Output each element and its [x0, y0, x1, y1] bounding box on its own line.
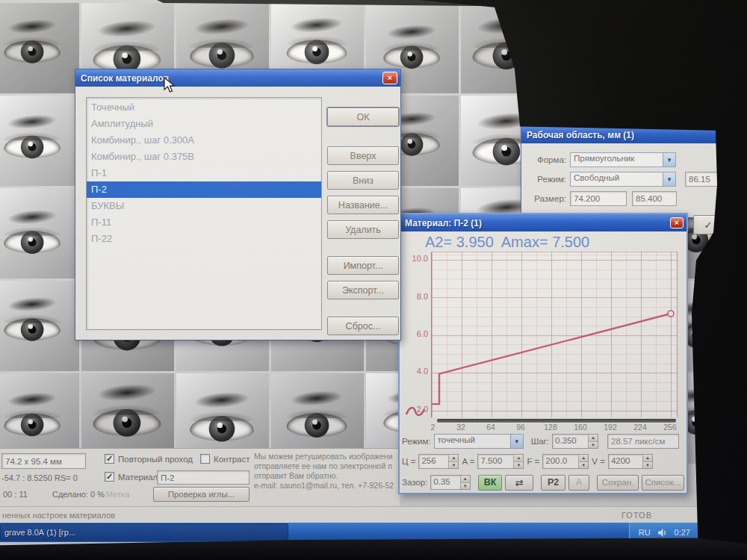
- list-item[interactable]: БУКВЫ: [87, 198, 321, 214]
- list-item[interactable]: П-22: [87, 231, 321, 247]
- background-eye-tile: [651, 3, 743, 93]
- move-up-button[interactable]: Вверх: [327, 146, 399, 165]
- engrave-mode-value: точечный: [435, 435, 510, 448]
- chevron-down-icon[interactable]: ▾: [510, 435, 523, 448]
- background-eye-tile: [556, 3, 648, 93]
- material-name-field[interactable]: П-2: [157, 470, 249, 485]
- repeat-pass-checkbox[interactable]: ✓: [105, 454, 114, 464]
- shape-select[interactable]: Прямоугольник ▾: [570, 152, 676, 167]
- rename-button[interactable]: Название...: [327, 196, 399, 214]
- chart-plot[interactable]: [431, 252, 678, 417]
- y-axis-tick: 6.0: [404, 329, 428, 338]
- contrast-checkbox[interactable]: [200, 454, 210, 464]
- p2-button[interactable]: P2: [541, 475, 565, 491]
- done-percent-readout: Сделано: 0 %: [52, 490, 105, 499]
- c-value: 256: [419, 455, 448, 468]
- work-area-titlebar[interactable]: Рабочая область, мм (1): [521, 126, 719, 143]
- materials-list: Точечный Амплитудный Комбинир., шаг 0.30…: [86, 97, 322, 330]
- spin-up-icon[interactable]: ▲: [643, 455, 652, 462]
- spin-up-icon[interactable]: ▲: [514, 455, 523, 462]
- spin-up-icon[interactable]: ▲: [579, 455, 588, 462]
- move-down-button[interactable]: Вниз: [327, 171, 399, 190]
- a-label: A =: [462, 457, 474, 466]
- gap-value: 0.35: [431, 476, 459, 489]
- ok-button[interactable]: ОК: [327, 108, 399, 126]
- chart-line-svg[interactable]: [432, 252, 678, 418]
- x-axis-tick: 192: [604, 423, 617, 432]
- y-axis-tick: 10.0: [404, 254, 428, 263]
- list-button[interactable]: Список...: [642, 475, 684, 491]
- taskbar: grave 8.0А (1) [гр... RU 0:27: [0, 523, 747, 542]
- gap-spinner[interactable]: 0.35 ▲▼: [430, 475, 470, 490]
- y-axis-tick: 4.0: [404, 367, 428, 376]
- spin-down-icon[interactable]: ▼: [461, 483, 470, 490]
- needle-check-button[interactable]: Проверка иглы...: [153, 487, 249, 502]
- area-mode-label: Режим:: [527, 175, 566, 184]
- ready-status: ГОТОВ: [622, 511, 698, 520]
- spin-down-icon[interactable]: ▼: [643, 462, 652, 469]
- area-mode-select[interactable]: Свободный ▾: [570, 172, 676, 187]
- size-height-field[interactable]: 85.400: [632, 191, 677, 206]
- speaker-icon[interactable]: [657, 528, 668, 538]
- close-icon[interactable]: ×: [670, 217, 684, 228]
- material-checkbox[interactable]: ✓: [105, 472, 114, 482]
- apply-checkmark-button[interactable]: ✓: [693, 215, 723, 234]
- clock[interactable]: 0:27: [675, 528, 690, 537]
- c-spinner[interactable]: 256 ▲▼: [418, 454, 459, 469]
- list-item[interactable]: Амплитудный: [87, 116, 321, 132]
- vk-button[interactable]: ВК: [478, 475, 502, 491]
- background-eye-tile: [0, 96, 79, 186]
- list-item-selected[interactable]: П-2: [87, 181, 321, 198]
- work-area-panel: Рабочая область, мм (1) Форма: Прямоугол…: [521, 125, 719, 218]
- list-item[interactable]: Точечный: [87, 99, 321, 116]
- a-button[interactable]: A: [568, 475, 590, 491]
- delete-button[interactable]: Удалить: [327, 220, 399, 239]
- x-axis-tick: 128: [544, 423, 557, 432]
- f-value: 200.0: [543, 455, 578, 468]
- chevron-down-icon[interactable]: ▾: [663, 153, 675, 167]
- list-item[interactable]: П-11: [87, 214, 321, 231]
- materials-dialog-titlebar[interactable]: Список материалов ×: [75, 69, 400, 87]
- material-title: Материал: П-2 (1): [405, 218, 482, 228]
- materials-dialog: Список материалов × Точечный Амплитудный…: [75, 69, 401, 340]
- side-size-field[interactable]: 86.15: [685, 172, 719, 187]
- spin-up-icon[interactable]: ▲: [461, 476, 470, 483]
- import-button[interactable]: Импорт...: [327, 256, 399, 275]
- step-label: Шаг:: [531, 437, 549, 446]
- work-area-body: Форма: Прямоугольник ▾ Режим: Свободный …: [521, 143, 719, 217]
- save-button[interactable]: Сохран.: [597, 475, 638, 491]
- step-spinner[interactable]: 0.350 ▲▼: [552, 434, 598, 449]
- size-width-field[interactable]: 74.200: [570, 191, 627, 206]
- engrave-mode-select[interactable]: точечный ▾: [434, 434, 524, 449]
- x-axis-tick: 160: [574, 423, 587, 432]
- spin-up-icon[interactable]: ▲: [589, 435, 598, 442]
- export-button[interactable]: Экспорт...: [327, 281, 399, 299]
- y-axis-tick: 8.0: [404, 292, 428, 301]
- spin-down-icon[interactable]: ▼: [514, 462, 523, 469]
- spin-up-icon[interactable]: ▲: [449, 455, 458, 462]
- list-item[interactable]: Комбинир., шаг 0.300А: [87, 132, 321, 149]
- bottom-toolbar: 74.2 x 95.4 мм -54.7 : 8.5250 RS= 0 00 :…: [0, 448, 400, 506]
- list-item[interactable]: П-1: [87, 165, 321, 181]
- list-item[interactable]: Комбинир., шаг 0.375В: [87, 149, 321, 165]
- elapsed-time-readout: 00 : 11: [3, 490, 28, 499]
- spin-down-icon[interactable]: ▼: [449, 462, 458, 469]
- status-bar: ненных настроек материалов ГОТОВ: [0, 506, 698, 523]
- chevron-down-icon[interactable]: ▾: [663, 172, 675, 186]
- spin-down-icon[interactable]: ▼: [579, 462, 588, 469]
- spin-down-icon[interactable]: ▼: [589, 442, 598, 449]
- v-spinner[interactable]: 4200 ▲▼: [608, 454, 653, 469]
- background-eye-tile: [0, 188, 79, 279]
- reset-button[interactable]: Сброс...: [327, 317, 399, 335]
- taskbar-app-button[interactable]: grave 8.0А (1) [гр...: [0, 523, 288, 541]
- chart-header: A2= 3.950 Amax= 7.500: [425, 234, 589, 251]
- close-icon[interactable]: ×: [382, 72, 397, 84]
- work-size-field[interactable]: 74.2 x 95.4 мм: [1, 453, 86, 469]
- info-line: e-mail: sauno1@mail.ru, тел. +7-926-52: [254, 481, 403, 491]
- transfer-arrows-button[interactable]: ⇄: [505, 475, 533, 491]
- f-spinner[interactable]: 200.0 ▲▼: [542, 454, 589, 469]
- material-titlebar[interactable]: Материал: П-2 (1) ×: [400, 214, 686, 231]
- language-indicator[interactable]: RU: [639, 528, 651, 537]
- engrave-mode-label: Режим:: [402, 437, 431, 446]
- a-spinner[interactable]: 7.500 ▲▼: [477, 454, 524, 469]
